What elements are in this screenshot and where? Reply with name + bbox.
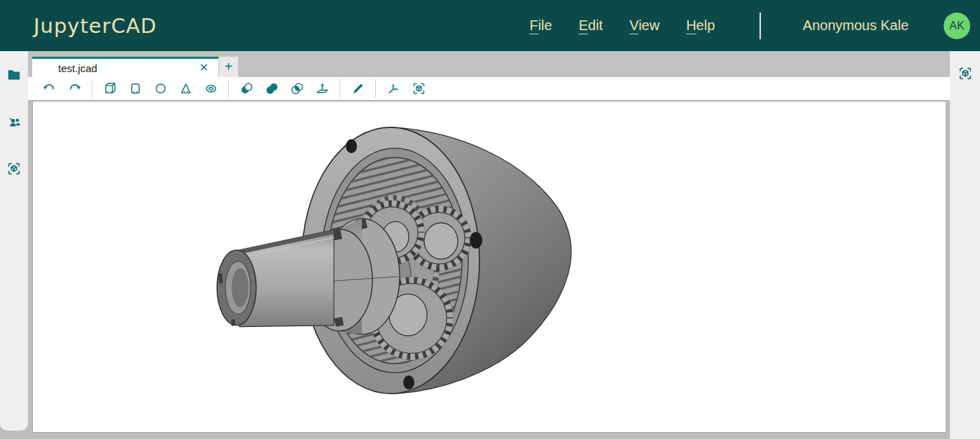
- new-tab-button[interactable]: +: [219, 57, 238, 77]
- app-logo: JupyterCAD: [34, 14, 157, 38]
- menu-bar: File Edit View Help Anonymous Kale AK: [529, 13, 970, 39]
- header-divider: [760, 13, 761, 39]
- gearbox-model: [33, 102, 946, 432]
- new-cylinder-icon[interactable]: [122, 79, 148, 99]
- exploded-view-icon[interactable]: [406, 79, 431, 99]
- tab-label: test.jcad: [58, 62, 198, 74]
- file-browser-icon[interactable]: [5, 66, 23, 84]
- avatar[interactable]: AK: [944, 13, 970, 39]
- undo-icon[interactable]: [36, 79, 62, 99]
- main-area: test.jcad ✕ +: [28, 51, 950, 439]
- intersection-icon[interactable]: [284, 79, 309, 99]
- collaborators-icon[interactable]: [5, 113, 23, 131]
- toolbar-separator: [375, 80, 376, 97]
- toolbar: [28, 77, 950, 101]
- axes-helper-icon[interactable]: [381, 79, 406, 99]
- new-cone-icon[interactable]: [173, 79, 198, 99]
- toolbar-separator: [228, 80, 229, 97]
- sketch-icon[interactable]: [345, 79, 370, 99]
- tab-bar: test.jcad ✕ +: [28, 51, 950, 77]
- left-sidebar: [0, 51, 28, 431]
- redo-icon[interactable]: [62, 79, 87, 99]
- toolbar-separator: [92, 80, 92, 97]
- workspace: test.jcad ✕ +: [0, 51, 980, 439]
- right-sidebar: [950, 51, 980, 439]
- tab-test-jcad[interactable]: test.jcad ✕: [32, 57, 218, 77]
- jupytercad-app: JupyterCAD File Edit View Help Anonymous…: [0, 0, 980, 439]
- new-sphere-icon[interactable]: [148, 79, 173, 99]
- 3d-viewport[interactable]: [32, 101, 946, 433]
- menu-file[interactable]: File: [529, 18, 552, 34]
- model-view-icon[interactable]: [5, 160, 23, 178]
- model-view-icon[interactable]: [956, 64, 974, 83]
- union-icon[interactable]: [259, 79, 284, 99]
- app-header: JupyterCAD File Edit View Help Anonymous…: [0, 0, 980, 51]
- toolbar-separator: [340, 80, 340, 97]
- cut-icon[interactable]: [234, 79, 259, 99]
- tab-close-icon[interactable]: ✕: [198, 61, 210, 75]
- menu-help[interactable]: Help: [686, 18, 715, 34]
- extrusion-icon[interactable]: [309, 79, 335, 99]
- menu-edit[interactable]: Edit: [579, 18, 603, 34]
- user-name: Anonymous Kale: [803, 18, 909, 34]
- new-torus-icon[interactable]: [198, 79, 223, 99]
- menu-view[interactable]: View: [629, 18, 659, 34]
- new-box-icon[interactable]: [97, 79, 122, 99]
